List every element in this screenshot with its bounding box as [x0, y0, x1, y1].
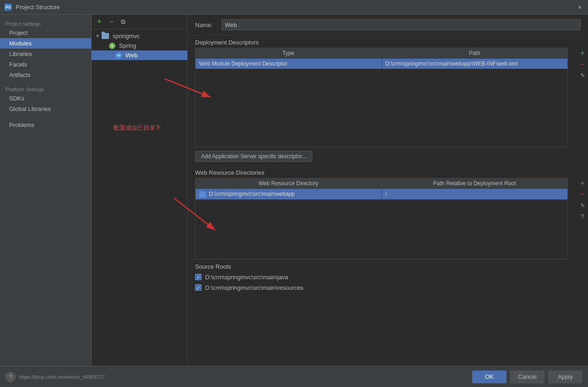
tree-node-spring[interactable]: S Spring	[92, 41, 187, 50]
sidebar-item-artifacts[interactable]: Artifacts	[0, 70, 91, 80]
name-row: Name:	[188, 15, 588, 35]
sidebar-item-problems[interactable]: Problems	[0, 120, 91, 130]
tree-add-button[interactable]: +	[94, 17, 104, 27]
web-resource-help-button[interactable]: ?	[578, 212, 587, 221]
tree-node-label: Spring	[119, 42, 136, 49]
deployment-side-buttons: + − ✎	[577, 48, 588, 81]
web-resource-edit-button[interactable]: ✎	[578, 201, 587, 210]
col-path: Path	[382, 48, 568, 58]
tree-node-label: Web	[125, 52, 138, 59]
bottom-left: ? https://blog.csdn.net/weixin_44883727	[5, 372, 105, 382]
tree-node-label: springmvc	[113, 33, 140, 39]
tree-space	[109, 53, 114, 58]
tree-content: ▼ springmvc S Spring W Web	[92, 29, 187, 366]
deployment-descriptors-title: Deployment Descriptors	[188, 35, 588, 48]
bottom-url: https://blog.csdn.net/weixin_44883727	[19, 374, 105, 380]
platform-settings-label: Platform Settings	[0, 84, 91, 93]
source-root-java-row: ✓ D:\crm\springmvc\src\main\java	[188, 272, 588, 282]
web-icon: W	[115, 52, 122, 59]
web-resource-table: Web Resource Directory Path Relative to …	[195, 178, 568, 260]
deployment-edit-button[interactable]: ✎	[578, 71, 587, 80]
col-web-resource-dir: Web Resource Directory	[196, 178, 382, 188]
plus-icon: +	[580, 179, 585, 188]
deployment-table-empty	[196, 69, 567, 147]
web-resource-table-row[interactable]: D:\crm\springmvc\src\main\webapp /	[196, 189, 567, 199]
help-button[interactable]: ?	[5, 372, 16, 382]
deployment-table: Type Path Web Module Deployment Descript…	[195, 48, 568, 147]
col-type: Type	[196, 48, 382, 58]
ok-button[interactable]: OK	[472, 370, 506, 383]
apply-button[interactable]: Apply	[548, 370, 583, 383]
web-resource-dir-cell: D:\crm\springmvc\src\main\webapp	[196, 189, 382, 199]
question-icon: ?	[581, 213, 584, 220]
pencil-icon: ✎	[580, 202, 585, 209]
sidebar-item-facets[interactable]: Facets	[0, 59, 91, 70]
tree-panel: + − ⧉ ▼ springmvc S Spring	[92, 15, 188, 366]
source-roots-title: Source Roots	[188, 260, 588, 272]
minus-icon: −	[580, 190, 585, 199]
add-descriptor-button[interactable]: Add Application Server specific descript…	[195, 151, 312, 162]
web-resource-remove-button[interactable]: −	[578, 190, 587, 199]
bottom-bar: ? https://blog.csdn.net/weixin_44883727 …	[0, 366, 588, 387]
source-root-java-path: D:\crm\springmvc\src\main\java	[205, 274, 288, 281]
sidebar-item-sdks[interactable]: SDKs	[0, 93, 91, 104]
folder-small-icon	[199, 191, 206, 198]
bottom-right: OK Cancel Apply	[472, 370, 583, 383]
tree-node-web[interactable]: W Web	[92, 50, 187, 60]
web-resource-add-button[interactable]: +	[578, 179, 587, 188]
title-bar: PS Project Structure ×	[0, 0, 588, 15]
source-root-resources-checkbox[interactable]: ✓	[195, 284, 201, 291]
sidebar-item-global-libraries[interactable]: Global Libraries	[0, 104, 91, 114]
deployment-path-cell: D:\crm\springmvc\src\main\webapp\WEB-INF…	[382, 59, 568, 69]
tree-toolbar: + − ⧉	[92, 15, 187, 29]
tree-copy-button[interactable]: ⧉	[118, 17, 128, 27]
window-title: Project Structure	[16, 4, 60, 11]
col-rel-path: Path Relative to Deployment Root	[382, 178, 568, 188]
tree-space	[103, 43, 107, 48]
deployment-table-row[interactable]: Web Module Deployment Descriptor D:\crm\…	[196, 59, 567, 69]
web-resource-table-empty	[196, 199, 567, 259]
tree-expand-arrow: ▼	[95, 33, 100, 39]
name-input[interactable]	[222, 19, 581, 30]
web-resource-title: Web Resource Directories	[188, 166, 588, 178]
web-resource-relpath-cell: /	[382, 189, 568, 199]
sidebar-item-libraries[interactable]: Libraries	[0, 49, 91, 59]
app-icon: PS	[5, 4, 12, 11]
sidebar-item-project[interactable]: Project	[0, 28, 91, 38]
web-resource-side-buttons: + − ✎ ?	[577, 178, 588, 222]
spring-icon: S	[109, 43, 115, 49]
project-settings-label: Project Settings	[0, 18, 91, 28]
source-root-java-checkbox[interactable]: ✓	[195, 274, 201, 280]
web-resource-table-header: Web Resource Directory Path Relative to …	[196, 178, 567, 189]
tree-remove-button[interactable]: −	[106, 17, 116, 27]
cancel-button[interactable]: Cancel	[510, 370, 544, 383]
deployment-type-cell: Web Module Deployment Descriptor	[196, 59, 382, 69]
content-panel: Name: Deployment Descriptors Type Path W…	[188, 15, 588, 366]
minus-icon: −	[580, 60, 585, 69]
source-root-resources-row: ✓ D:\crm\springmvc\src\main\resources	[188, 282, 588, 293]
deployment-remove-button[interactable]: −	[578, 60, 587, 69]
sidebar-item-modules[interactable]: Modules	[0, 38, 91, 49]
plus-icon: +	[580, 49, 585, 58]
deployment-add-button[interactable]: +	[578, 49, 587, 58]
pencil-icon: ✎	[580, 72, 585, 79]
sidebar: Project Settings Project Modules Librari…	[0, 15, 92, 366]
tree-node-springmvc[interactable]: ▼ springmvc	[92, 31, 187, 41]
name-label: Name:	[195, 22, 218, 28]
source-root-resources-path: D:\crm\springmvc\src\main\resources	[205, 284, 304, 291]
deployment-table-header: Type Path	[196, 48, 567, 59]
close-button[interactable]: ×	[576, 4, 583, 11]
folder-icon	[102, 33, 109, 39]
